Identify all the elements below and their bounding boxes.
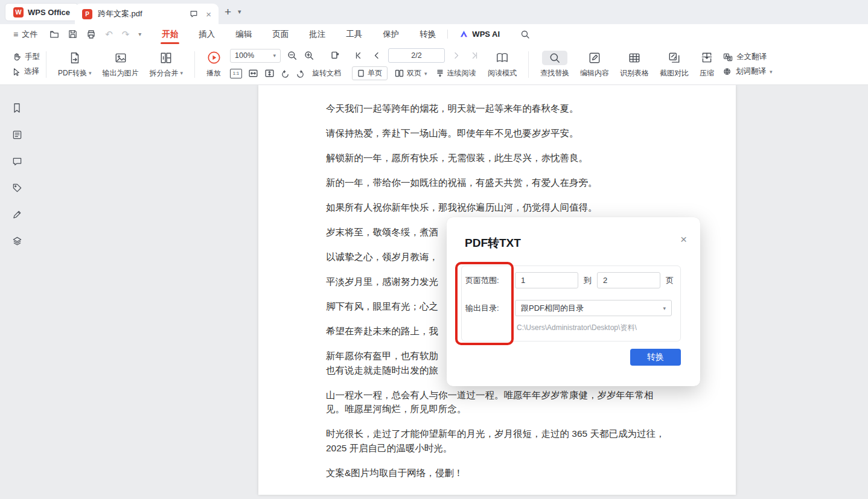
recognize-table-icon [628, 51, 641, 65]
previous-page-button[interactable] [372, 51, 381, 60]
ribbon-tab-home[interactable]: 开始 [162, 25, 178, 44]
comment-panel-icon[interactable] [11, 155, 23, 167]
actual-size-button[interactable]: 1:1 [230, 69, 242, 78]
read-mode-icon [495, 51, 509, 65]
hand-tool-label: 手型 [25, 52, 40, 62]
document-tab[interactable]: P 跨年文案.pdf × [75, 4, 219, 24]
single-page-toggle[interactable]: 单页 [352, 66, 388, 80]
edit-content-button[interactable]: 编辑内容 [575, 51, 614, 78]
dialog-close-icon[interactable]: × [680, 233, 687, 246]
hamburger-icon: ≡ [13, 30, 18, 39]
output-dir-select[interactable]: 跟PDF相同的目录 ▾ [515, 300, 672, 316]
screenshot-compare-button[interactable]: 截图对比 [654, 51, 694, 78]
dialog-title: PDF转TXT [465, 235, 521, 251]
play-slideshow-button[interactable]: 播放 [201, 51, 226, 78]
ribbon-tab-edit[interactable]: 编辑 [235, 25, 252, 44]
compress-button[interactable]: 压缩 [694, 51, 720, 78]
page-indicator-input[interactable]: 2/2 [388, 48, 445, 63]
word-translate-button[interactable]: 划词翻译 ▾ [723, 66, 773, 77]
recognize-table-label: 识别表格 [620, 68, 649, 78]
convert-button[interactable]: 转换 [630, 349, 681, 366]
rotate-document-icon[interactable] [329, 50, 340, 61]
pdf-convert-caret-icon: ▾ [89, 70, 92, 76]
toolbar: 手型 选择 PDF转换▾ 输出为图片 拆分合并▾ [0, 44, 868, 85]
split-merge-icon [159, 51, 173, 65]
split-merge-button[interactable]: 拆分合并▾ [144, 51, 189, 78]
open-file-icon[interactable] [49, 30, 59, 39]
redo-icon[interactable]: ↷ [122, 30, 130, 39]
wps-office-button[interactable]: W WPS Office [5, 3, 78, 21]
full-translate-label: 全文翻译 [736, 52, 767, 62]
double-page-toggle[interactable]: 双页 ▾ [394, 67, 429, 80]
layers-panel-icon[interactable] [11, 235, 23, 247]
continuous-read-icon [436, 69, 444, 77]
tab-close-icon[interactable]: × [206, 9, 211, 19]
tab-list-caret-icon[interactable]: ▾ [238, 8, 241, 16]
first-page-button[interactable] [354, 51, 363, 60]
full-translate-button[interactable]: 全文翻译 [723, 52, 773, 62]
single-page-icon [357, 69, 365, 77]
full-translate-icon [723, 53, 733, 62]
undo-icon[interactable]: ↶ [105, 30, 113, 39]
toolbar-divider [46, 51, 46, 78]
ribbon-tab-page[interactable]: 页面 [272, 25, 289, 44]
ribbon-tab-tools[interactable]: 工具 [346, 25, 362, 44]
find-replace-button[interactable]: 查找替换 [535, 51, 575, 78]
hand-tool-button[interactable]: 手型 [12, 52, 40, 62]
wps-ai-button[interactable]: WPS AI [459, 30, 500, 39]
read-mode-label: 阅读模式 [488, 68, 517, 78]
find-replace-label: 查找替换 [540, 68, 569, 78]
tag-panel-icon[interactable] [11, 182, 23, 194]
toolbar-divider [194, 51, 195, 78]
document-line: 解锁新的一年，愿所有快乐，无需假装，此生尽兴，赤忱善良。 [326, 151, 700, 165]
bookmark-panel-icon[interactable] [11, 102, 23, 114]
signature-pen-panel-icon[interactable] [11, 208, 23, 220]
page-range-from-input[interactable] [515, 272, 578, 288]
recognize-table-button[interactable]: 识别表格 [614, 51, 654, 78]
save-icon[interactable] [68, 30, 77, 39]
quick-access-caret-icon[interactable]: ▾ [138, 31, 141, 37]
paragraph: 如果所有人祝你新年快乐，那我祝你遍历山河，仍觉得人间值得。 [326, 200, 700, 215]
thumbnail-panel-icon[interactable] [11, 129, 23, 141]
page-range-to-input[interactable] [597, 272, 660, 288]
fit-page-button[interactable] [264, 69, 275, 78]
ribbon-tab-protect[interactable]: 保护 [383, 25, 399, 44]
last-page-button[interactable] [470, 51, 479, 60]
fit-width-button[interactable] [248, 69, 258, 78]
workspace: 今天我们一起等跨年的烟花，明天就一起等来年的春秋冬夏。 请保持热爱，奔赴下一场山… [0, 85, 868, 499]
ribbon-tab-insert[interactable]: 插入 [199, 25, 215, 44]
print-icon[interactable] [86, 30, 96, 39]
zoom-select[interactable]: 100% ▾ [230, 49, 281, 63]
read-mode-button[interactable]: 阅读模式 [482, 51, 522, 78]
export-image-label: 输出为图片 [103, 68, 139, 78]
pdf-convert-button[interactable]: PDF转换▾ [53, 51, 97, 78]
wps-pdf-app-window: W WPS Office P 跨年文案.pdf × + ▾ ≡ 文件 [0, 0, 868, 499]
new-tab-button[interactable]: + [225, 5, 231, 19]
export-as-image-button[interactable]: 输出为图片 [97, 51, 144, 78]
paragraph: 山一程水一程，总会有人与你一道过一程。唯愿年年岁岁常康健，岁岁年年常相 见。唯愿… [326, 388, 700, 416]
page-indicator-value: 2/2 [411, 51, 421, 60]
page-unit-label: 页 [666, 275, 674, 286]
rotate-right-button[interactable] [296, 69, 305, 78]
paragraph: 请保持热爱，奔赴下一场山海。即使年年不见也要岁岁平安。 [326, 126, 700, 141]
zoom-in-button[interactable] [304, 50, 314, 61]
zoom-out-button[interactable] [287, 50, 298, 61]
document-line: 山一程水一程，总会有人与你一道过一程。唯愿年年岁岁常康健，岁岁年年常相 [326, 388, 700, 402]
search-icon[interactable] [520, 30, 530, 39]
page-range-to-label: 到 [584, 275, 592, 286]
tab-comment-icon[interactable] [188, 8, 200, 20]
wps-ai-label: WPS AI [472, 30, 500, 39]
next-page-button[interactable] [452, 51, 461, 60]
select-tool-button[interactable]: 选择 [12, 66, 40, 77]
word-translate-caret-icon: ▾ [770, 69, 773, 75]
ribbon-tab-convert[interactable]: 转换 [420, 25, 436, 44]
menubar-divider [447, 30, 448, 39]
continuous-read-toggle[interactable]: 连续阅读 [435, 67, 477, 80]
paragraph: 新的一年，带给你一如既往的祝福，有盛天共赏，有爱人在身旁。 [326, 176, 700, 190]
rotate-document-label[interactable]: 旋转文档 [312, 68, 341, 78]
document-line: 2025 开启自己的温暖小时光。 [326, 441, 700, 456]
rotate-left-button[interactable] [281, 69, 290, 78]
file-menu-button[interactable]: ≡ 文件 [13, 29, 37, 40]
ribbon-tab-annotate[interactable]: 批注 [309, 25, 325, 44]
document-line: 见。唯愿星河绚烂，所见即所念。 [326, 402, 700, 416]
